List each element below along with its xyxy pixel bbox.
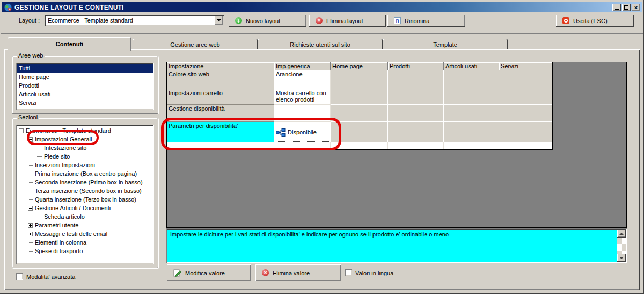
area-value-cell[interactable] [444, 105, 499, 122]
area-value-cell[interactable] [388, 70, 444, 89]
collapse-icon[interactable] [28, 137, 33, 142]
area-value-cell[interactable] [331, 142, 388, 149]
column-header: Servizi [499, 62, 552, 70]
setting-name-cell[interactable]: Impostazioni carrello [167, 89, 274, 105]
area-value-cell[interactable] [331, 105, 388, 122]
description-scrollbar[interactable] [617, 230, 626, 262]
tab-template[interactable]: Template [383, 39, 508, 50]
generic-value-cell[interactable]: Arancione [274, 70, 331, 89]
area-value-cell[interactable] [388, 105, 444, 122]
tree-item-quarta-inserzione[interactable]: Quarta inserzione (Terzo box in basso) [17, 195, 153, 204]
tree-item-prima-inserzione[interactable]: Prima inserzione (Box a centro pagina) [17, 169, 153, 178]
tree-item-messaggi-email[interactable]: Messaggi e testi delle email [17, 230, 153, 238]
area-value-cell[interactable] [499, 70, 552, 89]
area-value-cell[interactable] [331, 89, 388, 105]
advanced-mode-row: Modalita' avanzata [16, 273, 75, 280]
plus-circle-icon: + [235, 17, 242, 24]
area-value-cell[interactable] [331, 122, 388, 142]
tab-richieste-utenti[interactable]: Richieste utenti sul sito [258, 39, 383, 50]
tab-contenuti[interactable]: Contenuti [8, 37, 131, 51]
minimize-button[interactable] [612, 4, 621, 11]
column-header: Articoli usati [444, 62, 499, 70]
delete-layout-button[interactable]: ✕ Elimina layout [309, 15, 386, 27]
generic-value-cell-selected[interactable]: Disponibile [274, 122, 331, 142]
tree-item-gestione-articoli[interactable]: Gestione Articoli / Documenti [17, 204, 153, 212]
tree-item-impostazioni-generali[interactable]: Impostazioni Generali [17, 135, 153, 144]
area-value-cell[interactable] [388, 89, 444, 105]
area-value-cell[interactable] [388, 122, 444, 142]
table-row: Gestione disponibilità [167, 105, 552, 122]
area-value-cell[interactable] [499, 89, 552, 105]
sezioni-groupbox: Sezioni Ecommerce - Template standard Im… [12, 118, 158, 268]
list-item-servizi[interactable]: Servizi [17, 98, 153, 107]
globe-icon [4, 3, 12, 12]
aree-web-label: Aree web [17, 52, 45, 59]
tree-connector [28, 174, 33, 174]
setting-description-box: Impostare le diciture per i vari stati d… [166, 228, 627, 263]
close-button[interactable]: × [632, 4, 640, 11]
rename-button[interactable]: n Rinomina [387, 15, 465, 27]
aree-web-listbox[interactable]: Tutti Home page Prodotti Articoli usati … [16, 63, 154, 110]
generic-value-cell[interactable] [274, 142, 331, 149]
collapse-icon[interactable] [19, 128, 24, 133]
tree-item-piede-sito[interactable]: Piede sito [17, 152, 153, 161]
values-in-language-checkbox[interactable] [345, 269, 352, 276]
tree-item-scheda-articolo[interactable]: Scheda articolo [17, 212, 153, 221]
sezioni-label: Sezioni [17, 114, 39, 120]
scroll-up-button[interactable] [617, 230, 626, 238]
expand-icon[interactable] [28, 223, 33, 228]
column-header: Home page [331, 62, 388, 70]
tree-item-seconda-inserzione[interactable]: Seconda inserzione (Primo box in basso) [17, 178, 153, 187]
tree-item-elementi-in-colonna[interactable]: Elementi in colonna [17, 238, 153, 247]
list-item-articoli-usati[interactable]: Articoli usati [17, 90, 153, 98]
arrow-up-icon [619, 233, 624, 235]
list-item-home-page[interactable]: Home page [17, 73, 153, 81]
scroll-down-button[interactable] [617, 254, 626, 262]
edit-value-button[interactable]: Modifica valore [167, 264, 251, 281]
area-value-cell[interactable] [499, 122, 552, 142]
new-layout-button[interactable]: + Nuovo layout [229, 15, 306, 27]
app-window: GESTIONE LAYOUT E CONTENUTI × Layout : E… [0, 0, 644, 294]
area-value-cell[interactable] [499, 105, 552, 122]
tree-item-inserzioni-impostazioni[interactable]: Inserzioni Impostazioni [17, 161, 153, 169]
tree-item-ecommerce-template[interactable]: Ecommerce - Template standard [17, 126, 153, 135]
collapse-icon[interactable] [28, 206, 33, 211]
area-value-cell[interactable] [444, 122, 499, 142]
titlebar: GESTIONE LAYOUT E CONTENUTI × [2, 2, 642, 12]
generic-value-cell[interactable] [274, 105, 331, 122]
settings-grid: Impostazione Imp.generica Home page Prod… [166, 62, 553, 150]
area-value-cell[interactable] [331, 70, 388, 89]
settings-workspace: Impostazione Imp.generica Home page Prod… [166, 62, 627, 228]
tree-item-terza-inserzione[interactable]: Terza inserzione (Secondo box in basso) [17, 187, 153, 195]
setting-name-cell[interactable]: Gestione disponibilità [167, 105, 274, 122]
exit-button[interactable]: Uscita (ESC) [556, 15, 634, 27]
tree-item-intestazione-sito[interactable]: Intestazione sito [17, 144, 153, 152]
delete-value-button[interactable]: ✕ Elimina valore [255, 264, 341, 281]
hierarchy-icon [276, 128, 286, 137]
table-row-empty [167, 142, 552, 149]
list-item-tutti[interactable]: Tutti [17, 64, 153, 73]
tree-item-spese-di-trasporto[interactable]: Spese di trasporto [17, 247, 153, 255]
setting-name-cell[interactable] [167, 142, 274, 149]
maximize-button[interactable] [622, 4, 631, 11]
tree-connector [37, 156, 42, 157]
area-value-cell[interactable] [388, 142, 444, 149]
tab-gestione-aree-web[interactable]: Gestione aree web [133, 39, 258, 50]
maximize-icon [624, 5, 628, 10]
combobox-dropdown-button[interactable] [214, 16, 223, 25]
layout-combobox[interactable]: Ecommerce - Template standard [45, 15, 224, 26]
setting-name-cell[interactable]: Colore sito web [167, 70, 274, 89]
generic-value-cell[interactable]: Mostra carrello con elenco prodotti [274, 89, 331, 105]
setting-name-cell[interactable]: Parametri per disponibilita' [167, 122, 274, 142]
sezioni-tree[interactable]: Ecommerce - Template standard Impostazio… [16, 125, 154, 264]
area-value-cell[interactable] [499, 142, 552, 149]
area-value-cell[interactable] [444, 142, 499, 149]
values-in-language-row: Valori in lingua [345, 269, 393, 276]
area-value-cell[interactable] [444, 70, 499, 89]
area-value-cell[interactable] [444, 89, 499, 105]
list-item-prodotti[interactable]: Prodotti [17, 81, 153, 90]
expand-icon[interactable] [28, 232, 33, 236]
advanced-mode-checkbox[interactable] [16, 273, 23, 280]
tree-item-parametri-utente[interactable]: Parametri utente [17, 221, 153, 230]
grid-header-row: Impostazione Imp.generica Home page Prod… [167, 62, 552, 70]
